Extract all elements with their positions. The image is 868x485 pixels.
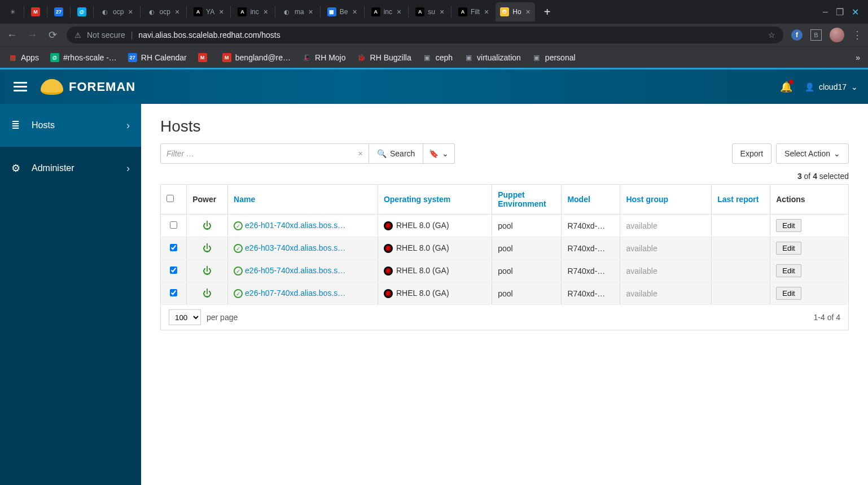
extension-box-icon[interactable]: B xyxy=(810,29,822,41)
bookmark-item[interactable]: ▣ceph xyxy=(423,53,453,62)
tab-favicon: A xyxy=(458,7,467,16)
user-icon: 👤 xyxy=(805,82,814,91)
browser-tab[interactable]: ▦Be× xyxy=(323,2,362,21)
row-checkbox[interactable] xyxy=(170,266,177,274)
filter-input[interactable]: Filter … × xyxy=(160,143,369,164)
host-link[interactable]: e26-h03-740xd.alias.bos.s… xyxy=(245,243,345,252)
edit-button[interactable]: Edit xyxy=(776,287,801,300)
selection-summary: 3 of 4 selected xyxy=(160,172,849,181)
bookmark-item[interactable]: M xyxy=(198,53,211,62)
col-power: Power xyxy=(187,185,228,215)
clear-filter-icon[interactable]: × xyxy=(358,149,363,158)
hostgroup-cell: available xyxy=(620,282,712,305)
browser-tab[interactable]: ⛑Ho× xyxy=(496,2,535,21)
browser-tab[interactable]: ◐ocp× xyxy=(96,2,138,21)
close-tab-icon[interactable]: × xyxy=(175,7,179,16)
host-link[interactable]: e26-h01-740xd.alias.bos.s… xyxy=(245,221,345,230)
power-icon[interactable]: ⏻ xyxy=(203,266,212,276)
brand-text: FOREMAN xyxy=(69,80,135,94)
bookmark-label: #rhos-scale -… xyxy=(63,53,117,62)
edit-button[interactable]: Edit xyxy=(776,242,801,255)
col-hostgroup-sort[interactable]: Host group xyxy=(626,195,668,204)
forward-button[interactable]: → xyxy=(26,29,38,41)
table-row: ⏻✓e26-h05-740xd.alias.bos.s…RHEL 8.0 (GA… xyxy=(161,260,849,282)
browser-tab[interactable]: M xyxy=(27,2,45,21)
browser-tab[interactable]: ◐ocp× xyxy=(143,2,185,21)
bookmark-label: bengland@re… xyxy=(235,53,291,62)
new-tab-button[interactable]: + xyxy=(537,6,558,19)
user-menu[interactable]: 👤 cloud17 ⌄ xyxy=(805,82,858,91)
per-page-select[interactable]: 100 xyxy=(169,309,201,325)
app-logo[interactable]: FOREMAN xyxy=(41,79,135,95)
row-checkbox[interactable] xyxy=(170,221,177,229)
chrome-menu-icon[interactable]: ⋮ xyxy=(852,29,862,41)
status-ok-icon: ✓ xyxy=(234,221,243,230)
browser-tab[interactable]: ◐ma× xyxy=(278,2,318,21)
browser-tab[interactable]: @ xyxy=(73,2,91,21)
back-button[interactable]: ← xyxy=(6,29,18,41)
select-all-checkbox[interactable] xyxy=(166,195,174,202)
omnibox[interactable]: ⚠ Not secure | navi.alias.bos.scalelab.r… xyxy=(67,27,783,43)
browser-tab[interactable]: AYA× xyxy=(189,2,228,21)
col-os-sort[interactable]: Operating system xyxy=(384,195,450,204)
hosts-table: Power Name Operating system Puppet Envir… xyxy=(160,184,849,305)
row-checkbox[interactable] xyxy=(170,244,177,251)
export-button[interactable]: Export xyxy=(732,143,771,164)
bookmark-item[interactable]: 🎩RH Mojo xyxy=(302,53,345,62)
row-checkbox[interactable] xyxy=(170,289,177,296)
close-tab-icon[interactable]: × xyxy=(440,7,444,16)
close-tab-icon[interactable]: × xyxy=(352,7,357,16)
browser-tab[interactable]: AFilt× xyxy=(454,2,493,21)
saved-search-dropdown[interactable]: 🔖 ⌄ xyxy=(423,143,455,164)
close-tab-icon[interactable]: × xyxy=(264,7,268,16)
close-tab-icon[interactable]: × xyxy=(128,7,133,16)
bookmark-item[interactable]: ▦Apps xyxy=(8,53,39,62)
maximize-button[interactable]: ❐ xyxy=(836,7,844,18)
sidebar-item-administer[interactable]: ⚙Administer› xyxy=(0,147,141,190)
close-window-button[interactable]: ✕ xyxy=(852,7,859,18)
col-env-sort[interactable]: Puppet Environment xyxy=(498,190,546,208)
browser-tab[interactable]: ✳ xyxy=(3,2,21,21)
select-action-dropdown[interactable]: Select Action ⌄ xyxy=(776,143,849,164)
edit-button[interactable]: Edit xyxy=(776,264,801,277)
browser-tab[interactable]: Asu× xyxy=(411,2,449,21)
col-name-sort[interactable]: Name xyxy=(234,195,255,204)
minimize-button[interactable]: – xyxy=(823,7,828,18)
search-button[interactable]: 🔍 Search xyxy=(369,143,423,164)
col-lastreport-sort[interactable]: Last report xyxy=(717,195,759,204)
host-link[interactable]: e26-h07-740xd.alias.bos.s… xyxy=(245,289,345,298)
profile-avatar[interactable] xyxy=(830,28,844,42)
browser-tab[interactable]: Ainc× xyxy=(233,2,273,21)
power-icon[interactable]: ⏻ xyxy=(203,289,212,298)
env-cell: pool xyxy=(492,215,562,237)
bookmark-item[interactable]: ▣personal xyxy=(532,53,576,62)
bookmark-item[interactable]: @#rhos-scale -… xyxy=(50,53,117,62)
col-model-sort[interactable]: Model xyxy=(567,195,590,204)
close-tab-icon[interactable]: × xyxy=(397,7,401,16)
close-tab-icon[interactable]: × xyxy=(219,7,223,16)
browser-tab[interactable]: Ainc× xyxy=(367,2,406,21)
close-tab-icon[interactable]: × xyxy=(309,7,313,16)
chevron-right-icon: › xyxy=(126,120,130,132)
extension-fedora-icon[interactable]: f xyxy=(791,29,803,41)
bookmark-item[interactable]: 27RH Calendar xyxy=(128,53,187,62)
main-content: Hosts Filter … × 🔍 Search 🔖 ⌄ xyxy=(141,104,868,485)
tab-favicon: 27 xyxy=(54,7,63,16)
bookmark-item[interactable]: 🐞RH Bugzilla xyxy=(357,53,411,62)
close-tab-icon[interactable]: × xyxy=(526,7,531,16)
rhel-icon xyxy=(384,221,393,230)
bookmarks-overflow-icon[interactable]: » xyxy=(856,53,860,62)
power-icon[interactable]: ⏻ xyxy=(203,221,212,230)
star-icon[interactable]: ☆ xyxy=(768,30,775,40)
power-icon[interactable]: ⏻ xyxy=(203,243,212,253)
nav-toggle-button[interactable] xyxy=(10,78,30,95)
edit-button[interactable]: Edit xyxy=(776,219,801,232)
close-tab-icon[interactable]: × xyxy=(484,7,489,16)
host-link[interactable]: e26-h05-740xd.alias.bos.s… xyxy=(245,266,345,275)
browser-tab[interactable]: 27 xyxy=(50,2,68,21)
bookmark-item[interactable]: Mbengland@re… xyxy=(222,53,291,62)
bookmark-item[interactable]: ▣virtualization xyxy=(464,53,521,62)
reload-button[interactable]: ⟳ xyxy=(46,29,59,41)
sidebar-item-hosts[interactable]: ≣Hosts› xyxy=(0,104,141,147)
notifications-icon[interactable]: 🔔 xyxy=(780,81,792,93)
